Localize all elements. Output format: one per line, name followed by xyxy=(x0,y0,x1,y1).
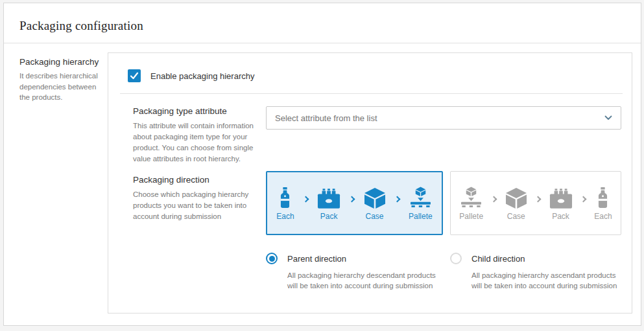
enable-hierarchy-label: Enable packaging hierarchy xyxy=(150,71,254,81)
checkmark-icon xyxy=(130,72,139,80)
direction-description: Choose which packaging hierarchy product… xyxy=(133,189,258,222)
pack-icon xyxy=(317,185,340,209)
child-direction-label[interactable]: Child direction xyxy=(471,254,525,264)
type-attribute-description: This attribute will contain information … xyxy=(133,120,258,165)
parent-direction-label[interactable]: Parent direction xyxy=(287,254,346,264)
direction-cards: Each xyxy=(266,171,621,235)
chevron-right-icon xyxy=(302,196,309,203)
step-pallete: Pallete xyxy=(459,185,483,221)
chevron-right-icon xyxy=(491,196,497,203)
step-each: Each xyxy=(594,185,612,221)
child-direction-card[interactable]: Pallete xyxy=(450,171,621,235)
enable-hierarchy-checkbox[interactable] xyxy=(128,69,141,82)
direction-section: Packaging direction Choose which packagi… xyxy=(108,171,632,291)
step-each: Each xyxy=(276,185,294,221)
pack-icon xyxy=(549,185,573,209)
case-icon xyxy=(505,185,527,209)
case-icon xyxy=(364,185,386,209)
bottle-icon xyxy=(280,185,290,209)
step-case: Case xyxy=(364,185,386,221)
hierarchy-sidebar: Packaging hierarchy It describes hierarc… xyxy=(19,52,108,314)
attribute-select[interactable]: Select attribute from the list xyxy=(266,106,621,130)
step-pack: Pack xyxy=(549,185,573,221)
parent-direction-card[interactable]: Each xyxy=(266,171,443,235)
pallet-icon xyxy=(461,185,481,209)
step-pack: Pack xyxy=(317,185,340,221)
parent-direction-description: All packaging hierarchy descendant produ… xyxy=(266,270,450,291)
sidebar-description: It describes hierarchical dependencies b… xyxy=(19,71,104,103)
direction-options: Parent direction All packaging hierarchy… xyxy=(266,253,621,291)
chevron-down-icon xyxy=(604,115,612,120)
panel-content: Packaging hierarchy It describes hierarc… xyxy=(4,43,641,328)
child-direction-description: All packaging hierarchy ascendant produc… xyxy=(450,270,621,291)
attribute-select-placeholder: Select attribute from the list xyxy=(275,113,604,123)
enable-hierarchy-row: Enable packaging hierarchy xyxy=(108,53,632,82)
chevron-right-icon xyxy=(394,196,400,203)
sidebar-heading: Packaging hierarchy xyxy=(19,57,104,67)
packaging-configuration-panel: Packaging configuration Packaging hierar… xyxy=(3,3,641,326)
parent-direction-option: Parent direction All packaging hierarchy… xyxy=(266,253,450,291)
type-attribute-heading: Packaging type attribute xyxy=(133,106,258,116)
page-title: Packaging configuration xyxy=(19,19,625,33)
direction-heading: Packaging direction xyxy=(133,175,258,185)
section-divider xyxy=(120,93,623,94)
parent-direction-radio[interactable] xyxy=(266,253,278,264)
child-direction-option: Child direction All packaging hierarchy … xyxy=(450,253,621,291)
bottle-icon xyxy=(598,185,608,209)
type-attribute-section: Packaging type attribute This attribute … xyxy=(108,106,632,165)
step-case: Case xyxy=(505,185,527,221)
panel-header: Packaging configuration xyxy=(4,3,641,43)
chevron-right-icon xyxy=(349,196,355,203)
settings-panel: Enable packaging hierarchy Packaging typ… xyxy=(108,52,632,314)
pallet-icon xyxy=(411,185,431,209)
child-direction-radio[interactable] xyxy=(450,253,462,264)
chevron-right-icon xyxy=(580,196,586,203)
step-pallete: Pallete xyxy=(409,185,433,221)
chevron-right-icon xyxy=(535,196,542,203)
